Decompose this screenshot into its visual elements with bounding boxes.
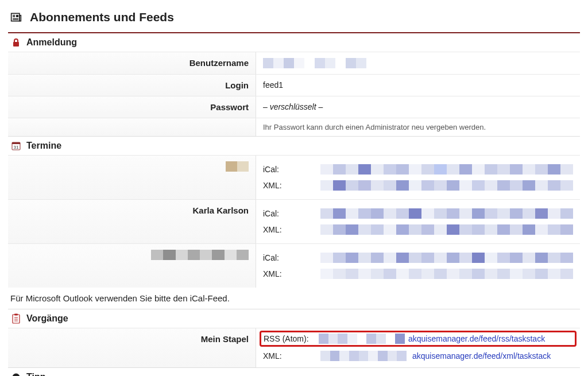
termine-1-xml-censored[interactable] — [320, 224, 573, 235]
xml-label-1: XML: — [263, 225, 315, 234]
termine-name-1: Karla Karlson — [8, 200, 256, 243]
anmeldung-heading: Anmeldung — [26, 37, 77, 48]
section-vorgaenge-head: Vorgänge — [8, 309, 580, 328]
termine-1-ical-censored[interactable] — [320, 208, 573, 219]
rss-link-prefix-censored — [319, 334, 405, 344]
svg-rect-1 — [20, 15, 21, 21]
termine-0-ical-censored[interactable] — [320, 164, 573, 175]
calendar-icon: 31 — [10, 140, 22, 152]
svg-text:31: 31 — [14, 145, 19, 150]
clipboard-icon — [10, 313, 22, 324]
news-icon — [10, 11, 22, 23]
termine-name-2-censored — [151, 250, 249, 260]
termine-2-ical-censored[interactable] — [320, 253, 573, 263]
login-value: feed1 — [256, 75, 580, 96]
termine-row-0: iCal: XML: — [8, 155, 580, 199]
row-username: Benutzername — [8, 52, 580, 74]
xml-link-prefix-censored — [320, 351, 407, 361]
termine-row-1: Karla Karlson iCal: XML: — [8, 199, 580, 243]
svg-rect-9 — [12, 142, 20, 144]
termine-heading: Termine — [26, 141, 61, 151]
section-tipp-head[interactable]: Tipp — [8, 367, 580, 376]
page-title-row: Abonnements und Feeds — [8, 0, 580, 32]
row-password-note: Ihr Passwort kann durch einen Administra… — [8, 118, 580, 136]
ical-label-1: iCal: — [263, 209, 315, 218]
password-note: Ihr Passwort kann durch einen Administra… — [256, 118, 580, 136]
row-password: Passwort – verschlüsselt – — [8, 96, 580, 118]
termine-0-xml-censored[interactable] — [320, 180, 573, 191]
chevron-down-icon — [10, 371, 22, 376]
termine-row-2: iCal: XML: — [8, 243, 580, 288]
username-value-censored — [263, 58, 366, 68]
password-value: – verschlüsselt – — [256, 96, 580, 118]
xml-label-v: XML: — [263, 351, 315, 361]
login-label: Login — [8, 75, 256, 96]
ical-label-2: iCal: — [263, 253, 315, 262]
svg-rect-7 — [13, 42, 19, 46]
row-meinstapel: Mein Stapel RSS (Atom): akquisemanager.d… — [8, 328, 580, 367]
username-label: Benutzername — [8, 52, 256, 74]
xml-label-2: XML: — [263, 269, 315, 278]
lock-icon — [10, 37, 22, 48]
svg-rect-4 — [16, 15, 18, 17]
vorgaenge-heading: Vorgänge — [26, 313, 68, 324]
svg-point-16 — [13, 374, 20, 377]
password-label: Passwort — [8, 96, 256, 118]
meinstapel-label: Mein Stapel — [8, 328, 256, 367]
tipp-heading: Tipp — [26, 372, 45, 376]
rss-link[interactable]: akquisemanager.de/feed/rss/taskstack — [408, 334, 545, 343]
page-title: Abonnements und Feeds — [30, 10, 174, 24]
rss-label: RSS (Atom): — [264, 334, 315, 343]
termine-name-0-censored — [226, 161, 249, 172]
section-anmeldung-head: Anmeldung — [8, 32, 580, 52]
section-termine-head: 31 Termine — [8, 136, 580, 155]
svg-rect-12 — [14, 314, 18, 316]
outlook-note: Für Microsoft Outlook verwenden Sie bitt… — [8, 288, 580, 309]
rss-highlight-box: RSS (Atom): akquisemanager.de/feed/rss/t… — [260, 331, 577, 347]
ical-label: iCal: — [263, 165, 315, 174]
xml-label: XML: — [263, 181, 315, 190]
xml-link[interactable]: akquisemanager.de/feed/xml/taskstack — [412, 351, 551, 361]
row-login: Login feed1 — [8, 74, 580, 96]
termine-2-xml-censored[interactable] — [320, 269, 573, 279]
